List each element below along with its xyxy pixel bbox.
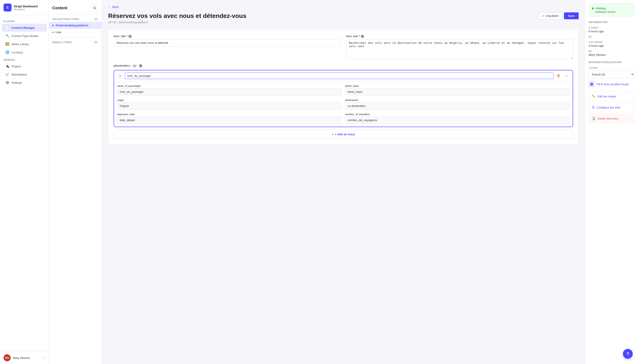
fill-locale-icon (588, 81, 595, 87)
back-link[interactable]: ← Back (108, 5, 579, 9)
destination-group: destination (345, 99, 569, 110)
ticket-class-input[interactable] (345, 88, 569, 95)
configure-view-button[interactable]: ☰ Configure the view (588, 103, 634, 112)
collapse-toggle-button[interactable]: ∧ (117, 73, 123, 78)
api-id: API ID : ticket-booking-platform (108, 20, 246, 24)
sidebar-item-settings[interactable]: ⚙️ Settings (2, 78, 47, 86)
content-type-user[interactable]: User (49, 29, 102, 36)
origin-input[interactable] (117, 102, 342, 110)
placeholder-entry-header: ∧ (114, 70, 573, 81)
svg-point-4 (567, 75, 567, 75)
delete-entry-button[interactable]: 🗑️ Delete this entry (588, 114, 634, 123)
sidebar-item-label: Content-Type Builder (12, 34, 39, 38)
sidebar-item-media-library[interactable]: 🖼️ Media Library (2, 40, 47, 48)
divider (49, 14, 102, 14)
departure-date-label: departure_date (117, 113, 342, 116)
placeholder-entry: ∧ (114, 70, 573, 127)
edit-model-button[interactable]: ✏️ Edit the model (588, 92, 634, 101)
brand-text: Strapi Dashboard Workplace (14, 5, 38, 11)
content-type-builder-icon: 🔧 (5, 34, 9, 38)
status-badge: Editing published version (588, 4, 634, 16)
add-icon: + (332, 133, 334, 136)
unpublish-button[interactable]: ✓ Unpublish (538, 12, 562, 20)
edit-icon: ✏️ (592, 94, 596, 98)
hero-fields-row: hero_title * i hero_text * i Recherchez … (114, 35, 573, 60)
information-section: INFORMATION Created 6 hours ago By Last … (588, 21, 634, 56)
brand-icon: S (4, 4, 12, 12)
sidebar-item-marketplace[interactable]: 🛒 Marketplace (2, 70, 47, 78)
content-type-label: User (55, 30, 61, 34)
marketplace-icon: 🛒 (5, 72, 9, 76)
svg-point-6 (567, 76, 567, 76)
check-icon: ✓ (542, 14, 544, 18)
svg-line-1 (95, 9, 96, 10)
right-panel: Editing published version INFORMATION Cr… (585, 0, 638, 364)
sidebar-item-localazy[interactable]: 🌐 Localazy (2, 48, 47, 56)
svg-point-8 (567, 76, 567, 77)
localazy-icon: 🌐 (5, 50, 9, 54)
hero-text-input[interactable]: Recherchez des vols vers la destination … (346, 39, 573, 59)
created-label: Created (588, 26, 634, 29)
hero-text-label: hero_text * i (346, 35, 573, 38)
content-type-label: Ticket-booking-platform (55, 24, 88, 27)
hero-title-input[interactable] (114, 39, 341, 46)
save-button[interactable]: Save (564, 12, 579, 19)
sidebar-item-plugins[interactable]: 🔌 Plugins (2, 62, 47, 70)
placeholders-count: (1) (131, 64, 138, 67)
status-text: Editing (596, 7, 606, 10)
placeholder-actions (555, 72, 569, 79)
drag-handle-button[interactable] (563, 72, 569, 79)
origin-label: origin (117, 99, 342, 102)
single-types-label: SINGLE TYPES (52, 41, 72, 44)
by-row-1: By (588, 35, 634, 38)
help-button[interactable]: ? (623, 349, 633, 359)
by-value-2: Mary Okosun (588, 53, 634, 56)
configure-view-label: Configure the view (596, 106, 620, 109)
editor-area: ← Back Réservez vos vols avec nous et dé… (102, 0, 585, 364)
number-of-travellers-input[interactable] (345, 117, 569, 124)
created-row: Created 6 hours ago (588, 26, 634, 33)
name-of-passenger-group: name_of_passenger (117, 84, 342, 95)
delete-placeholder-button[interactable] (555, 72, 561, 79)
user-name: Mary Okosun (13, 356, 42, 360)
bullet-icon (52, 25, 54, 26)
sidebar-item-content-manager[interactable]: 📄 Content Manager (2, 24, 47, 32)
placeholders-label: placeholders (1) i (114, 64, 573, 67)
fill-locale-button[interactable]: Fill in from another locale (588, 81, 634, 87)
sidebar-item-label: Marketplace (12, 73, 27, 76)
fill-locale-label: Fill in from another locale (596, 82, 629, 86)
sidebar-item-label: Plugins (12, 65, 21, 68)
locale-select[interactable]: French (fr) (588, 71, 634, 78)
departure-date-input[interactable] (117, 117, 342, 124)
search-button[interactable] (91, 4, 98, 12)
locales-label: Locales (588, 66, 634, 69)
svg-point-5 (565, 76, 566, 76)
last-update-row: Last update 4 hours ago (588, 40, 634, 48)
content-panel-title: Content (52, 6, 67, 10)
editor-header: Réservez vos vols avec nous et détendez-… (108, 12, 579, 24)
destination-input[interactable] (345, 102, 569, 110)
hero-title-label: hero_title * i (114, 35, 341, 38)
sidebar-item-content-type-builder[interactable]: 🔧 Content-Type Builder (2, 32, 47, 40)
svg-rect-12 (592, 84, 593, 85)
info-icon: i (361, 35, 364, 38)
content-panel: Content COLLECTION TYPES 2 Ticket-bookin… (49, 0, 102, 364)
name-of-passenger-input[interactable] (117, 88, 342, 95)
number-of-travellers-group: number_of_travellers (345, 113, 569, 124)
content-type-ticket-booking[interactable]: Ticket-booking-platform (49, 22, 102, 29)
sidebar-footer: MO Mary Okosun ‹ (0, 352, 49, 364)
required-indicator: * (359, 35, 360, 38)
status-label: published version (592, 10, 631, 14)
svg-point-7 (565, 76, 566, 77)
delete-entry-label: Delete this entry (597, 117, 618, 120)
placeholder-grid: name_of_passenger ticket_class origin (117, 84, 569, 124)
trash-icon: 🗑️ (592, 117, 596, 120)
sidebar-collapse-btn[interactable]: ‹ (44, 356, 45, 360)
svg-rect-2 (558, 75, 559, 77)
add-entry-button[interactable]: + + Add an entry (114, 130, 573, 139)
bullet-icon (52, 32, 54, 33)
info-icon: i (129, 35, 132, 38)
last-update-value: 4 hours ago (588, 44, 634, 48)
back-arrow-icon: ← (108, 5, 111, 9)
placeholder-name-input[interactable] (125, 72, 554, 79)
